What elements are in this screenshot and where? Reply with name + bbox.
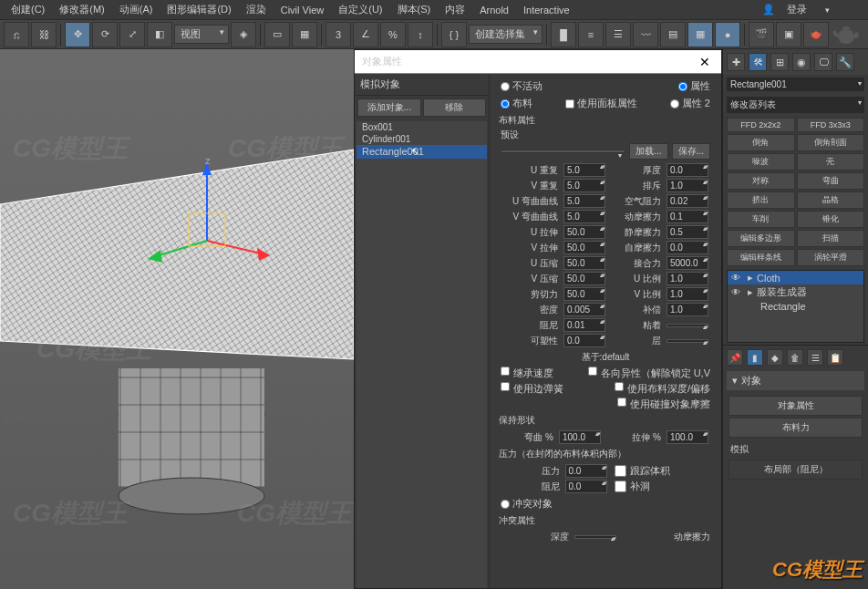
- mod-btn[interactable]: 扫描: [797, 230, 865, 247]
- pin-stack-icon[interactable]: 📌: [727, 349, 743, 366]
- placement-tool-icon[interactable]: ◧: [147, 22, 172, 47]
- mod-btn[interactable]: 壳: [797, 153, 865, 170]
- mod-btn[interactable]: FFD 2x2x2: [727, 118, 795, 132]
- named-selset-dropdown[interactable]: 创建选择集: [469, 25, 542, 44]
- scale-tool-icon[interactable]: ⤢: [119, 22, 145, 47]
- prop-spinner[interactable]: 50.0: [563, 225, 605, 239]
- eye-icon[interactable]: 👁: [731, 287, 744, 297]
- prop-spinner[interactable]: 50.0: [563, 287, 605, 301]
- list-item[interactable]: Cylinder001: [356, 133, 487, 145]
- list-item[interactable]: Rectangle001↖: [356, 145, 487, 159]
- mod-btn[interactable]: FFD 3x3x3: [797, 118, 865, 132]
- prop-spinner[interactable]: 1.0: [666, 179, 708, 192]
- login-button[interactable]: 👤 登录 ▾: [758, 1, 864, 18]
- object-list[interactable]: Box001 Cylinder001 Rectangle001↖: [356, 121, 487, 588]
- display-tab-icon[interactable]: 🖵: [814, 53, 832, 71]
- add-object-button[interactable]: 添加对象...: [357, 98, 421, 117]
- prop-spinner[interactable]: 0.02: [666, 194, 708, 208]
- track-volume-check[interactable]: 跟踪体积: [615, 464, 711, 478]
- menu-graph[interactable]: 图形编辑器(D): [160, 1, 238, 18]
- prop-spinner[interactable]: [574, 535, 616, 539]
- anisotropic-check[interactable]: 各向异性（解除锁定 U,V: [588, 367, 710, 380]
- prop-spinner[interactable]: 0.01: [563, 318, 605, 332]
- use-panel-check[interactable]: 使用面板属性: [565, 97, 637, 110]
- mirror-icon[interactable]: ▐▌: [551, 22, 576, 47]
- menu-create[interactable]: 创建(C): [4, 1, 52, 18]
- modify-tab-icon[interactable]: 🛠: [749, 53, 767, 71]
- dialog-titlebar[interactable]: 对象属性 ✕: [355, 50, 721, 74]
- show-result-icon[interactable]: ▮: [747, 349, 763, 366]
- expand-icon[interactable]: ▸: [748, 272, 753, 284]
- menu-script[interactable]: 脚本(S): [390, 1, 439, 18]
- preset-dropdown[interactable]: [501, 150, 625, 153]
- mod-btn[interactable]: 晶格: [797, 191, 865, 209]
- select-region-icon[interactable]: ▭: [264, 22, 290, 47]
- prop-spinner[interactable]: 0.0: [565, 480, 607, 493]
- mod-btn[interactable]: 车削: [727, 211, 795, 228]
- cloth-depth-check[interactable]: 使用布料深度/偏移: [615, 382, 710, 396]
- mod-btn[interactable]: 涡轮平滑: [797, 249, 865, 266]
- prop-spinner[interactable]: [666, 339, 708, 343]
- create-tab-icon[interactable]: ✚: [727, 53, 745, 71]
- mod-btn[interactable]: 锥化: [797, 211, 865, 228]
- object-properties-button[interactable]: 对象属性: [728, 396, 863, 416]
- config-sets-icon[interactable]: 📋: [827, 349, 843, 366]
- angle-snap-icon[interactable]: ∠: [353, 22, 378, 47]
- prop-spinner[interactable]: 50.0: [563, 241, 605, 254]
- menu-arnold[interactable]: Arnold: [472, 3, 516, 17]
- move-tool-icon[interactable]: ✥: [65, 22, 90, 47]
- prop-spinner[interactable]: 1.0: [666, 272, 708, 285]
- prop-spinner[interactable]: 5000.0: [666, 256, 708, 270]
- window-crossing-icon[interactable]: ▦: [292, 22, 317, 47]
- cloth-radio[interactable]: 布料: [501, 97, 532, 110]
- menu-custom[interactable]: 自定义(U): [331, 1, 389, 18]
- list-item[interactable]: Box001: [356, 121, 487, 133]
- utilities-tab-icon[interactable]: 🔧: [836, 53, 854, 71]
- percent-snap-icon[interactable]: %: [380, 22, 406, 47]
- inactive-radio[interactable]: 不活动: [501, 79, 542, 93]
- viewport[interactable]: z CG模型王 CG模型王 CG模型王 CG模型王 CG模型王 WWW.CGMX…: [0, 49, 354, 589]
- menu-modify[interactable]: 修改器(M): [52, 1, 112, 18]
- edge-spring-check[interactable]: 使用边弹簧: [501, 382, 563, 396]
- save-preset-button[interactable]: 保存...: [672, 143, 710, 160]
- select-link-icon[interactable]: ⛓: [31, 22, 57, 47]
- close-icon[interactable]: ✕: [696, 53, 714, 71]
- prop-spinner[interactable]: 0.5: [666, 225, 708, 239]
- layer-icon[interactable]: ☰: [605, 22, 631, 47]
- rollout-header[interactable]: ▾对象: [727, 371, 864, 390]
- mod-btn[interactable]: 对称: [727, 172, 795, 190]
- prop-spinner[interactable]: 0.0: [666, 241, 708, 254]
- spinner-snap-icon[interactable]: ↕: [408, 22, 433, 47]
- property2-radio[interactable]: 属性 2: [670, 97, 710, 110]
- hierarchy-tab-icon[interactable]: ⊞: [770, 53, 789, 71]
- render-setup-icon[interactable]: 🎬: [749, 22, 774, 47]
- load-preset-button[interactable]: 加载...: [629, 143, 667, 160]
- object-name-field[interactable]: Rectangle001: [727, 78, 864, 91]
- ref-coord-dropdown[interactable]: 视图: [174, 25, 229, 44]
- inherit-vel-check[interactable]: 继承速度: [501, 367, 553, 380]
- property-radio[interactable]: 属性: [678, 79, 710, 93]
- curve-editor-icon[interactable]: 〰: [633, 22, 658, 47]
- make-unique-icon[interactable]: ◆: [767, 349, 783, 366]
- prop-spinner[interactable]: 0.0: [565, 464, 607, 478]
- expand-icon[interactable]: ▸: [748, 286, 753, 298]
- prop-spinner[interactable]: 1.0: [666, 287, 708, 301]
- ribbon-icon[interactable]: ▦: [687, 22, 713, 47]
- prop-spinner[interactable]: [666, 324, 708, 327]
- schematic-icon[interactable]: ▤: [660, 22, 686, 47]
- menu-content[interactable]: 内容: [438, 1, 472, 18]
- rotate-tool-icon[interactable]: ⟳: [92, 22, 118, 47]
- local-sim-button[interactable]: 布局部（阻尼）: [728, 460, 863, 480]
- menu-civil[interactable]: Civil View: [274, 3, 331, 17]
- render-icon[interactable]: 🫖: [803, 22, 829, 47]
- mod-btn[interactable]: 噪波: [727, 153, 795, 170]
- modifier-stack[interactable]: 👁▸Cloth 👁▸服装生成器 Rectangle: [727, 270, 864, 343]
- motion-tab-icon[interactable]: ◉: [792, 53, 811, 71]
- prop-spinner[interactable]: 100.0: [666, 430, 708, 444]
- mod-btn[interactable]: 倒角: [727, 134, 795, 151]
- material-editor-icon[interactable]: ●: [715, 22, 740, 47]
- prop-spinner[interactable]: 50.0: [563, 272, 605, 285]
- cloth-forces-button[interactable]: 布料力: [728, 418, 863, 438]
- pivot-icon[interactable]: ◈: [231, 22, 256, 47]
- menu-render[interactable]: 渲染: [239, 1, 274, 18]
